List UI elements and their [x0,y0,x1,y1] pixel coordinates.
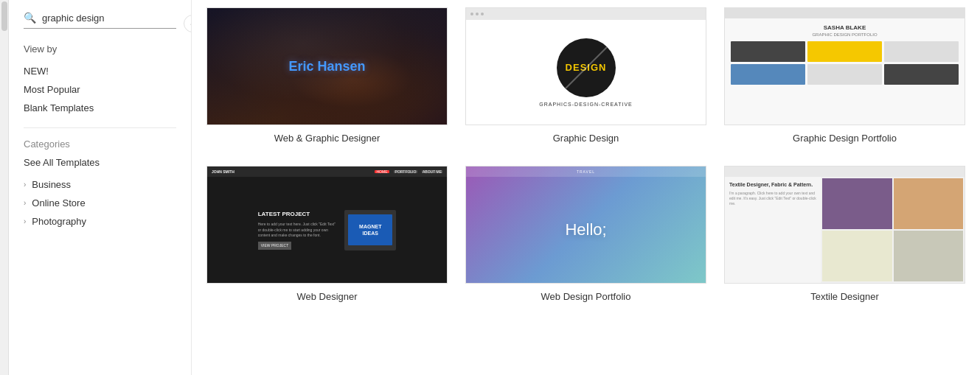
sidebar-item-photography[interactable]: › Photography [24,212,176,231]
template-label-2: Graphic Design [465,133,706,144]
dot-3 [481,13,484,15]
template-card-2[interactable]: DESIGN GRAPHICS-DESIGN-CREATIVE Graphic … [465,7,706,144]
thumbnail-title-3: SASHA BLAKE [824,24,866,31]
template-thumbnail-3: SASHA BLAKE GRAPHIC DESIGN PORTFOLIO [724,7,965,125]
online-store-label: Online Store [32,197,85,208]
thumbnail-body-5: Hello; [466,177,706,283]
view-by-label: View by [24,43,176,55]
new-item[interactable]: NEW! [24,62,176,80]
template-label-1: Web & Graphic Designer [206,133,448,144]
thumbnail-body-3: SASHA BLAKE GRAPHIC DESIGN PORTFOLIO [725,18,965,125]
thumbnail-body-4: LATEST PROJECT Here to add your text her… [207,177,447,283]
thumbnail-btn-4: VIEW PROJECT [258,242,292,250]
chevron-left-icon: ❮ [190,19,192,29]
nav-item-home: HOME [375,170,389,173]
see-all-templates[interactable]: See All Templates [24,157,176,168]
thumbnail-topbar-5: TRAVEL [466,167,706,177]
thumbnail-hello-5: Hello; [565,220,606,239]
template-card-3[interactable]: SASHA BLAKE GRAPHIC DESIGN PORTFOLIO Gra… [724,7,965,144]
thumb6-img-3 [822,231,892,281]
sidebar-item-business[interactable]: › Business [24,175,176,194]
chevron-right-icon: › [24,181,26,189]
main-content: Eric Hansen Web & Graphic Designer DESIG… [192,0,980,375]
thumbnail-text-6: I'm a paragraph. Click here to add your … [729,191,816,206]
template-thumbnail-4: JOHN SMITH HOME PORTFOLIO ABOUT ME LATES… [206,166,448,284]
thumb-img-6 [884,64,959,85]
thumbnail-nav-4: HOME PORTFOLIO ABOUT ME [375,170,442,173]
view-by-section: View by NEW! Most Popular Blank Template… [24,43,176,117]
template-thumbnail-6: Textile Designer, Fabric & Pattern. I'm … [724,166,965,284]
template-card-6[interactable]: Textile Designer, Fabric & Pattern. I'm … [724,166,965,302]
template-thumbnail-1: Eric Hansen [206,7,448,125]
thumbnail-circle-2: DESIGN [557,38,616,97]
thumbnail-body-2: DESIGN GRAPHICS-DESIGN-CREATIVE [466,20,706,125]
template-card-5[interactable]: TRAVEL Hello; Web Design Portfolio [465,166,706,302]
thumbnail-title-6: Textile Designer, Fabric & Pattern. [729,181,816,188]
nav-item-portfolio: PORTFOLIO [394,170,417,173]
thumbnail-subtitle-2: GRAPHICS-DESIGN-CREATIVE [539,102,633,107]
categories-title: Categories [24,139,176,150]
thumbnail-images-3 [731,41,959,85]
categories-section: Categories See All Templates › Business … [24,139,176,231]
sidebar-item-online-store[interactable]: › Online Store [24,194,176,212]
thumbnail-name-4: JOHN SMITH [212,169,234,174]
scrollbar-track[interactable] [0,0,9,375]
chevron-right-icon-3: › [24,217,26,225]
collapse-button[interactable]: ❮ [184,15,192,32]
thumbnail-topbar-text-5: TRAVEL [577,169,595,174]
thumbnail-screen-4: MAGNET IDEAS [348,214,392,245]
search-icon: 🔍 [24,12,36,24]
thumb-img-3 [884,41,959,62]
business-label: Business [32,179,71,190]
photography-label: Photography [32,216,86,227]
template-label-3: Graphic Design Portfolio [724,133,965,144]
search-input[interactable] [42,13,176,24]
dot-1 [470,13,473,15]
thumbnail-screen-text-4: MAGNET IDEAS [359,223,381,236]
templates-grid: Eric Hansen Web & Graphic Designer DESIG… [206,7,965,302]
thumb6-img-1 [822,178,892,229]
template-card-4[interactable]: JOHN SMITH HOME PORTFOLIO ABOUT ME LATES… [206,166,448,302]
nav-item-about: ABOUT ME [422,170,442,173]
thumbnail-right-6 [821,177,965,283]
thumbnail-title-4: LATEST PROJECT [258,210,339,219]
thumbnail-topbar-3 [725,8,965,18]
thumb6-img-4 [894,231,964,281]
template-thumbnail-2: DESIGN GRAPHICS-DESIGN-CREATIVE [465,7,706,125]
thumb6-img-2 [894,178,964,229]
thumb-img-2 [807,41,882,62]
thumbnail-topbar-6 [725,167,965,177]
search-container: 🔍 [24,12,176,29]
thumbnail-left-4: LATEST PROJECT Here to add your text her… [258,210,339,250]
thumbnail-topbar-4: JOHN SMITH HOME PORTFOLIO ABOUT ME [207,167,447,177]
template-thumbnail-5: TRAVEL Hello; [465,166,706,284]
thumbnail-subtitle-3: GRAPHIC DESIGN PORTFOLIO [812,32,877,37]
chevron-right-icon-2: › [24,199,26,207]
thumbnail-body-6: Textile Designer, Fabric & Pattern. I'm … [725,177,965,283]
thumbnail-text-4: Here to add your text here. Just click "… [258,222,339,239]
thumbnail-monitor-4: MAGNET IDEAS [344,210,396,250]
template-label-5: Web Design Portfolio [465,291,706,302]
thumbnail-left-6: Textile Designer, Fabric & Pattern. I'm … [725,177,821,283]
blank-templates-item[interactable]: Blank Templates [24,99,176,117]
template-label-6: Textile Designer [724,291,965,302]
thumb-img-4 [731,64,805,85]
sidebar: ❮ 🔍 View by NEW! Most Popular Blank Temp… [9,0,192,375]
scrollbar-thumb[interactable] [1,1,7,31]
sidebar-divider [24,127,176,128]
most-popular-item[interactable]: Most Popular [24,80,176,99]
thumb-img-5 [807,64,882,85]
dot-2 [476,13,479,15]
thumbnail-text-1: Eric Hansen [288,59,365,74]
template-card-1[interactable]: Eric Hansen Web & Graphic Designer [206,7,448,144]
thumb-img-1 [731,41,805,62]
thumbnail-topbar-2 [466,8,706,20]
template-label-4: Web Designer [206,291,448,302]
